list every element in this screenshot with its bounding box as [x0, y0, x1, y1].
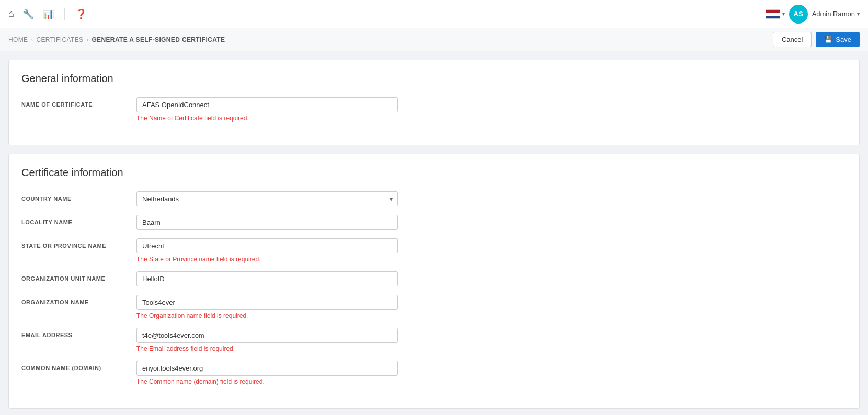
country-select-wrapper: Netherlands Germany Belgium United State…	[136, 191, 398, 206]
org-name-input[interactable]	[136, 295, 398, 310]
save-button[interactable]: 💾 Save	[816, 32, 860, 47]
breadcrumb-sep-1: ›	[31, 37, 33, 43]
name-of-certificate-input[interactable]	[136, 97, 398, 112]
home-icon[interactable]: ⌂	[8, 8, 14, 19]
common-name-row: COMMON NAME (DOMAIN) The Common name (do…	[21, 361, 847, 385]
common-name-label: COMMON NAME (DOMAIN)	[21, 361, 136, 371]
save-icon: 💾	[824, 36, 832, 43]
save-label: Save	[836, 36, 851, 43]
org-unit-row: ORGANIZATION UNIT NAME	[21, 271, 847, 286]
common-name-error: The Common name (domain) field is requir…	[136, 378, 398, 385]
state-province-field: The State or Province name field is requ…	[136, 238, 398, 263]
name-of-certificate-row: NAME OF CERTIFICATE The Name of Certific…	[21, 97, 847, 122]
navbar-left: ⌂ 🔧 📊 ❓	[8, 8, 87, 20]
name-of-certificate-label: NAME OF CERTIFICATE	[21, 97, 136, 108]
email-address-label: EMAIL ADDRESS	[21, 328, 136, 338]
navbar: ⌂ 🔧 📊 ❓ ▾ AS Admin Ramon ▾	[0, 0, 868, 28]
country-name-select[interactable]: Netherlands Germany Belgium United State…	[136, 191, 398, 206]
language-selector[interactable]: ▾	[766, 9, 785, 19]
breadcrumb-sep-2: ›	[86, 37, 88, 43]
name-of-certificate-field: The Name of Certificate field is require…	[136, 97, 398, 122]
email-address-field: The Email address field is required.	[136, 328, 398, 352]
flag-blue-stripe	[766, 16, 780, 19]
org-unit-label: ORGANIZATION UNIT NAME	[21, 271, 136, 282]
general-section-title: General information	[21, 73, 847, 85]
user-menu[interactable]: Admin Ramon ▾	[812, 10, 860, 18]
general-information-card: General information NAME OF CERTIFICATE …	[8, 60, 860, 145]
breadcrumb-bar: HOME › CERTIFICATES › GENERATE A SELF-SI…	[0, 28, 868, 51]
wrench-icon[interactable]: 🔧	[22, 8, 34, 20]
email-address-input[interactable]	[136, 328, 398, 343]
state-province-error: The State or Province name field is requ…	[136, 256, 398, 263]
navbar-right: ▾ AS Admin Ramon ▾	[766, 5, 860, 24]
email-address-row: EMAIL ADDRESS The Email address field is…	[21, 328, 847, 352]
state-province-label: STATE OR PROVINCE NAME	[21, 238, 136, 249]
org-name-label: ORGANIZATION NAME	[21, 295, 136, 305]
org-unit-input[interactable]	[136, 271, 398, 286]
name-of-certificate-error: The Name of Certificate field is require…	[136, 114, 398, 122]
help-icon[interactable]: ❓	[75, 8, 87, 20]
state-province-row: STATE OR PROVINCE NAME The State or Prov…	[21, 238, 847, 263]
action-buttons: Cancel 💾 Save	[773, 32, 860, 47]
common-name-field: The Common name (domain) field is requir…	[136, 361, 398, 385]
country-name-row: COUNTRY NAME Netherlands Germany Belgium…	[21, 191, 847, 206]
org-name-error: The Organization name field is required.	[136, 312, 398, 319]
locality-name-label: LOCALITY NAME	[21, 215, 136, 225]
org-unit-field	[136, 271, 398, 286]
cancel-button[interactable]: Cancel	[773, 32, 812, 47]
chart-icon[interactable]: 📊	[42, 8, 54, 20]
flag-chevron-icon: ▾	[782, 11, 785, 17]
common-name-input[interactable]	[136, 361, 398, 376]
certificate-information-card: Certificate information COUNTRY NAME Net…	[8, 154, 860, 409]
country-name-field: Netherlands Germany Belgium United State…	[136, 191, 398, 206]
state-province-input[interactable]	[136, 238, 398, 253]
org-name-field: The Organization name field is required.	[136, 295, 398, 319]
org-name-row: ORGANIZATION NAME The Organization name …	[21, 295, 847, 319]
nav-divider	[64, 8, 65, 20]
breadcrumb: HOME › CERTIFICATES › GENERATE A SELF-SI…	[8, 36, 225, 43]
locality-name-input[interactable]	[136, 215, 398, 230]
email-address-error: The Email address field is required.	[136, 345, 398, 352]
main-content: General information NAME OF CERTIFICATE …	[0, 51, 868, 415]
breadcrumb-current: GENERATE A SELF-SIGNED CERTIFICATE	[92, 36, 225, 43]
country-name-label: COUNTRY NAME	[21, 191, 136, 202]
flag-nl	[766, 9, 780, 19]
locality-name-field	[136, 215, 398, 230]
user-avatar[interactable]: AS	[789, 5, 808, 24]
user-name: Admin Ramon	[812, 10, 855, 18]
locality-name-row: LOCALITY NAME	[21, 215, 847, 230]
certificate-section-title: Certificate information	[21, 167, 847, 179]
breadcrumb-certificates[interactable]: CERTIFICATES	[36, 36, 83, 43]
breadcrumb-home[interactable]: HOME	[8, 36, 28, 43]
user-chevron-icon: ▾	[857, 11, 860, 17]
